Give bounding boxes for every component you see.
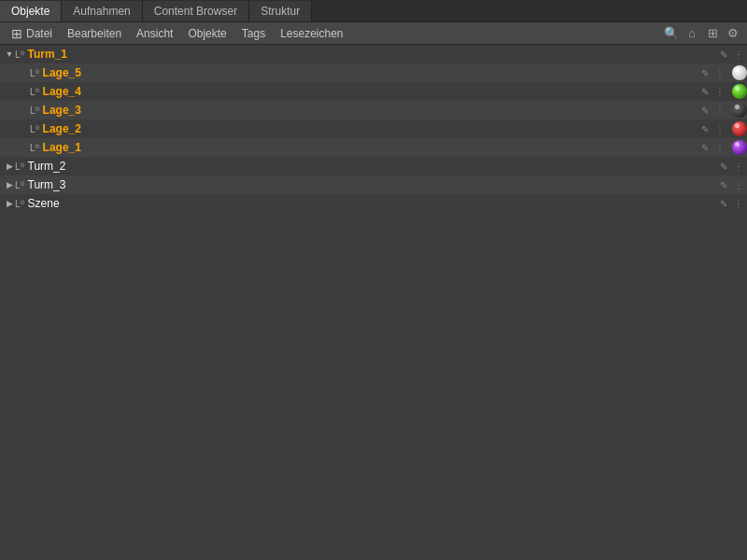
dots-icon[interactable]: ⋮ [732, 48, 745, 61]
tree-row[interactable]: ▶ L⁰ Szene ✎ ⋮ [0, 194, 747, 213]
layer-object-icon: L⁰ [30, 68, 39, 78]
dots-icon[interactable]: ⋮ [713, 141, 726, 154]
edit-icon[interactable]: ✎ [698, 66, 712, 79]
object-name: Lage_5 [41, 66, 698, 79]
edit-icon[interactable]: ✎ [698, 122, 712, 135]
tree-row[interactable]: ▶ L⁰ Turm_2 ✎ ⋮ [0, 157, 747, 175]
toolbar-icons: 🔍 ⌂ ⊞ ⚙ [663, 25, 747, 42]
edit-icon[interactable]: ✎ [698, 141, 712, 154]
layer-object-icon: L⁰ [30, 105, 39, 116]
settings-icon[interactable]: ⚙ [725, 25, 741, 42]
sphere-green [732, 84, 747, 99]
row-icons: ✎ ⋮ [698, 104, 726, 117]
grid-icon[interactable]: ⊞ [704, 25, 721, 42]
sphere-purple [732, 140, 747, 155]
edit-icon[interactable]: ✎ [717, 160, 730, 173]
expand-icon[interactable]: ▼ [4, 49, 15, 60]
dots-icon[interactable]: ⋮ [713, 66, 726, 79]
menu-bearbeiten[interactable]: Bearbeiten [60, 24, 129, 43]
layer-object-icon: L⁰ [30, 87, 39, 97]
menu-tags[interactable]: Tags [234, 24, 273, 43]
menu-lesezeichen[interactable]: Lesezeichen [273, 24, 350, 43]
row-icons: ✎ ⋮ [698, 66, 726, 79]
expand-icon[interactable]: ▶ [19, 142, 30, 153]
object-name: Turm_3 [26, 178, 717, 191]
layer-object-icon: L⁰ [15, 49, 24, 60]
object-name: Lage_2 [41, 122, 698, 135]
dots-icon[interactable]: ⋮ [713, 104, 726, 117]
tree-row[interactable]: ▶ L⁰ Lage_5 ✎ ⋮ [0, 63, 747, 82]
search-icon[interactable]: 🔍 [663, 25, 680, 42]
sphere-red [732, 121, 747, 136]
row-icons: ✎ ⋮ [698, 141, 726, 154]
expand-icon[interactable]: ▶ [4, 161, 15, 172]
dots-icon[interactable]: ⋮ [732, 197, 745, 210]
row-icons: ✎ ⋮ [698, 85, 726, 98]
object-name: Turm_1 [26, 48, 717, 61]
layer-object-icon: L⁰ [15, 180, 24, 190]
layer-object-icon: L⁰ [15, 199, 24, 209]
object-panel: ▼ L⁰ Turm_1 ✎ ⋮ ▶ L⁰ Lage_5 ✎ ⋮ ▶ L⁰ Lag… [0, 45, 747, 560]
sphere-white [732, 65, 747, 80]
object-name: Szene [26, 197, 717, 210]
tab-content-browser[interactable]: Content Browser [143, 1, 249, 21]
tree-row[interactable]: ▼ L⁰ Turm_1 ✎ ⋮ [0, 45, 747, 63]
tree-row[interactable]: ▶ L⁰ Lage_4 ✎ ⋮ [0, 82, 747, 101]
object-name: Lage_4 [41, 85, 698, 98]
tree-row[interactable]: ▶ L⁰ Lage_3 ✎ ⋮ [0, 101, 747, 119]
main-area: ▼ L⁰ Turm_1 ✎ ⋮ ▶ L⁰ Lage_5 ✎ ⋮ ▶ L⁰ Lag… [0, 45, 747, 560]
row-icons: ✎ ⋮ [717, 160, 745, 173]
row-icons: ✎ ⋮ [717, 48, 745, 61]
expand-icon[interactable]: ▶ [19, 105, 30, 116]
menu-datei[interactable]: ⊞ Datei [4, 23, 60, 44]
row-icons: ✎ ⋮ [717, 197, 745, 210]
tree-row[interactable]: ▶ L⁰ Lage_1 ✎ ⋮ [0, 138, 747, 157]
expand-icon[interactable]: ▶ [4, 198, 15, 209]
object-name: Lage_3 [41, 104, 698, 117]
tab-struktur[interactable]: Struktur [249, 1, 312, 21]
layer-object-icon: L⁰ [30, 143, 39, 153]
menu-ansicht[interactable]: Ansicht [129, 24, 180, 43]
dots-icon[interactable]: ⋮ [732, 178, 745, 191]
dots-icon[interactable]: ⋮ [713, 122, 726, 135]
row-icons: ✎ ⋮ [717, 178, 745, 191]
expand-icon[interactable]: ▶ [19, 86, 30, 97]
object-name: Lage_1 [41, 141, 698, 154]
dots-icon[interactable]: ⋮ [713, 85, 726, 98]
expand-icon[interactable]: ▶ [19, 123, 30, 134]
expand-icon[interactable]: ▶ [19, 67, 30, 78]
menu-objekte[interactable]: Objekte [180, 24, 233, 43]
expand-icon[interactable]: ▶ [4, 179, 15, 190]
edit-icon[interactable]: ✎ [698, 104, 712, 117]
edit-icon[interactable]: ✎ [698, 85, 712, 98]
tree-row[interactable]: ▶ L⁰ Turm_3 ✎ ⋮ [0, 175, 747, 194]
edit-icon[interactable]: ✎ [717, 48, 730, 61]
menu-bar: ⊞ Datei Bearbeiten Ansicht Objekte Tags … [0, 22, 747, 45]
edit-icon[interactable]: ✎ [717, 197, 730, 210]
layer-object-icon: L⁰ [15, 161, 24, 172]
home-icon[interactable]: ⌂ [684, 25, 700, 42]
row-icons: ✎ ⋮ [698, 122, 726, 135]
grid-icon: ⊞ [11, 26, 22, 41]
edit-icon[interactable]: ✎ [717, 178, 730, 191]
sphere-black [732, 103, 747, 118]
dots-icon[interactable]: ⋮ [732, 160, 745, 173]
tab-bar: Objekte Aufnahmen Content Browser Strukt… [0, 0, 747, 22]
tab-aufnahmen[interactable]: Aufnahmen [62, 1, 142, 21]
object-name: Turm_2 [26, 160, 717, 173]
tree-row[interactable]: ▶ L⁰ Lage_2 ✎ ⋮ [0, 119, 747, 138]
tab-objekte[interactable]: Objekte [0, 1, 62, 21]
layer-object-icon: L⁰ [30, 124, 39, 134]
